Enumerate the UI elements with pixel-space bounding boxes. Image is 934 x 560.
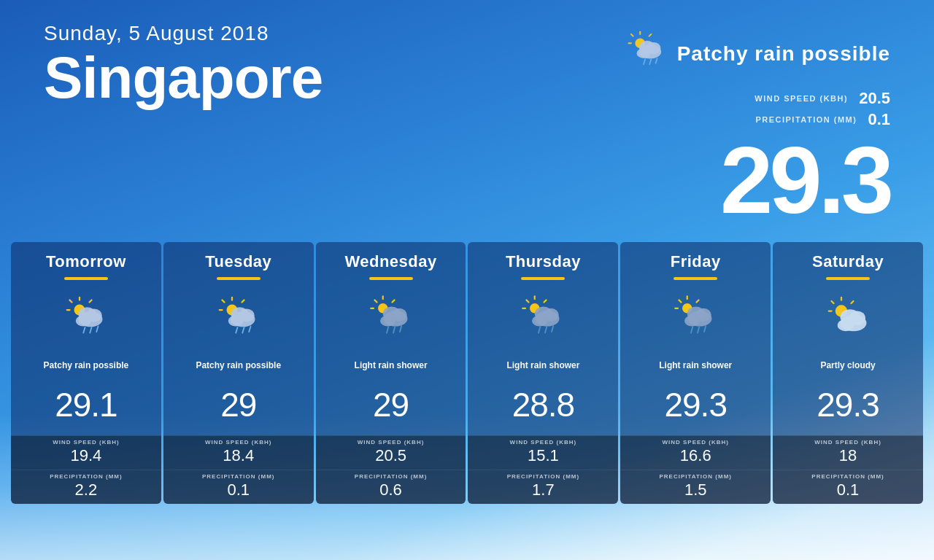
wind-speed-value: 20.5 (859, 89, 890, 108)
current-weather-icon (626, 29, 666, 78)
forecast-temperature: 29.3 (620, 381, 771, 435)
forecast-weather-icon (11, 287, 161, 349)
forecast-condition: Patchy rain possible (163, 349, 314, 381)
forecast-temperature: 29.1 (11, 381, 161, 435)
location-info: Sunday, 5 August 2018 Singapore (44, 22, 323, 107)
forecast-wind-block: WIND SPEED (KBH) 15.1 (468, 435, 618, 470)
forecast-day: Friday (620, 242, 771, 277)
wind-label: WIND SPEED (KBH) (323, 439, 459, 446)
wind-value: 18.4 (171, 446, 306, 465)
forecast-weather-icon (163, 287, 314, 349)
forecast-card: Wednesday Light rain shower 29 WIND SPEE… (316, 242, 466, 504)
wind-label: WIND SPEED (KBH) (628, 439, 763, 446)
forecast-wind-block: WIND SPEED (KBH) 20.5 (316, 435, 466, 470)
forecast-day: Wednesday (316, 242, 466, 277)
wind-value: 16.6 (628, 446, 763, 465)
wind-speed-label: WIND SPEED (KBH) (754, 94, 848, 103)
precip-label: PRECIPITATION (MM) (780, 473, 916, 480)
forecast-day: Tomorrow (11, 242, 161, 277)
forecast-temperature: 29 (316, 381, 466, 435)
precip-label: PRECIPITATION (MM) (323, 473, 459, 480)
current-date: Sunday, 5 August 2018 (44, 22, 323, 45)
forecast-condition: Light rain shower (316, 349, 466, 381)
wind-label: WIND SPEED (KBH) (171, 439, 306, 446)
current-condition-text: Patchy rain possible (677, 42, 890, 66)
wind-speed-row: WIND SPEED (KBH) 20.5 (626, 89, 890, 108)
precipitation-label: PRECIPITATION (MM) (755, 115, 857, 124)
forecast-condition: Light rain shower (620, 349, 771, 381)
forecast-wind-block: WIND SPEED (KBH) 19.4 (11, 435, 161, 470)
wind-value: 15.1 (475, 446, 611, 465)
wind-value: 18 (780, 446, 916, 465)
precip-value: 0.1 (171, 481, 306, 499)
forecast-section: Tomorrow Patchy rain possible 29.1 WIND … (11, 242, 923, 504)
forecast-precip-block: PRECIPITATION (MM) 0.6 (316, 470, 466, 504)
city-name: Singapore (44, 49, 323, 107)
forecast-weather-icon (316, 287, 466, 349)
forecast-day: Tuesday (163, 242, 314, 277)
forecast-bar (217, 277, 260, 280)
forecast-card: Tuesday Patchy rain possible 29 WIND SPE… (163, 242, 314, 504)
current-weather: Patchy rain possible WIND SPEED (KBH) 20… (626, 22, 890, 228)
forecast-card: Thursday Light rain shower 28.8 WIND SPE… (468, 242, 618, 504)
forecast-bar (674, 277, 717, 280)
current-stats: WIND SPEED (KBH) 20.5 PRECIPITATION (MM)… (626, 89, 890, 129)
forecast-weather-icon (468, 287, 618, 349)
header: Sunday, 5 August 2018 Singapore Patchy r… (0, 0, 934, 242)
forecast-card: Saturday Partly cloudy 29.3 WIND SPEED (… (773, 242, 923, 504)
precip-label: PRECIPITATION (MM) (628, 473, 763, 480)
forecast-weather-icon (620, 287, 771, 349)
forecast-precip-block: PRECIPITATION (MM) 2.2 (11, 470, 161, 504)
forecast-wind-block: WIND SPEED (KBH) 16.6 (620, 435, 771, 470)
forecast-precip-block: PRECIPITATION (MM) 0.1 (773, 470, 923, 504)
precip-value: 0.6 (323, 481, 459, 499)
precip-label: PRECIPITATION (MM) (475, 473, 611, 480)
precip-value: 1.7 (475, 481, 611, 499)
forecast-day: Thursday (468, 242, 618, 277)
forecast-day: Saturday (773, 242, 923, 277)
forecast-precip-block: PRECIPITATION (MM) 1.7 (468, 470, 618, 504)
forecast-bar (826, 277, 870, 280)
current-temperature: 29.3 (626, 133, 890, 228)
forecast-precip-block: PRECIPITATION (MM) 1.5 (620, 470, 771, 504)
forecast-bar (521, 277, 565, 280)
forecast-card: Friday Light rain shower 29.3 WIND SPEED… (620, 242, 771, 504)
forecast-wind-block: WIND SPEED (KBH) 18 (773, 435, 923, 470)
forecast-bar (369, 277, 413, 280)
forecast-card: Tomorrow Patchy rain possible 29.1 WIND … (11, 242, 161, 504)
wind-label: WIND SPEED (KBH) (475, 439, 611, 446)
wind-value: 19.4 (18, 446, 154, 465)
forecast-condition: Light rain shower (468, 349, 618, 381)
forecast-condition: Patchy rain possible (11, 349, 161, 381)
precip-value: 0.1 (780, 481, 916, 499)
current-condition-row: Patchy rain possible (626, 29, 890, 78)
forecast-precip-block: PRECIPITATION (MM) 0.1 (163, 470, 314, 504)
precip-value: 1.5 (628, 481, 763, 499)
forecast-bar (64, 277, 108, 280)
forecast-wind-block: WIND SPEED (KBH) 18.4 (163, 435, 314, 470)
forecast-condition: Partly cloudy (773, 349, 923, 381)
wind-value: 20.5 (323, 446, 459, 465)
forecast-temperature: 29.3 (773, 381, 923, 435)
forecast-weather-icon (773, 287, 923, 349)
precip-label: PRECIPITATION (MM) (18, 473, 154, 480)
forecast-temperature: 29 (163, 381, 314, 435)
wind-label: WIND SPEED (KBH) (18, 439, 154, 446)
forecast-temperature: 28.8 (468, 381, 618, 435)
precip-label: PRECIPITATION (MM) (171, 473, 306, 480)
wind-label: WIND SPEED (KBH) (780, 439, 916, 446)
precip-value: 2.2 (18, 481, 154, 499)
